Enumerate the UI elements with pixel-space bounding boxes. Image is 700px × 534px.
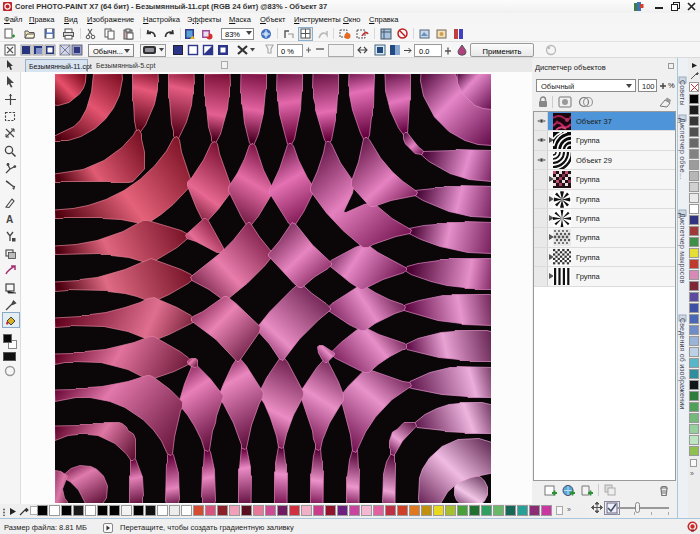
svg-text:A: A [6, 214, 13, 225]
